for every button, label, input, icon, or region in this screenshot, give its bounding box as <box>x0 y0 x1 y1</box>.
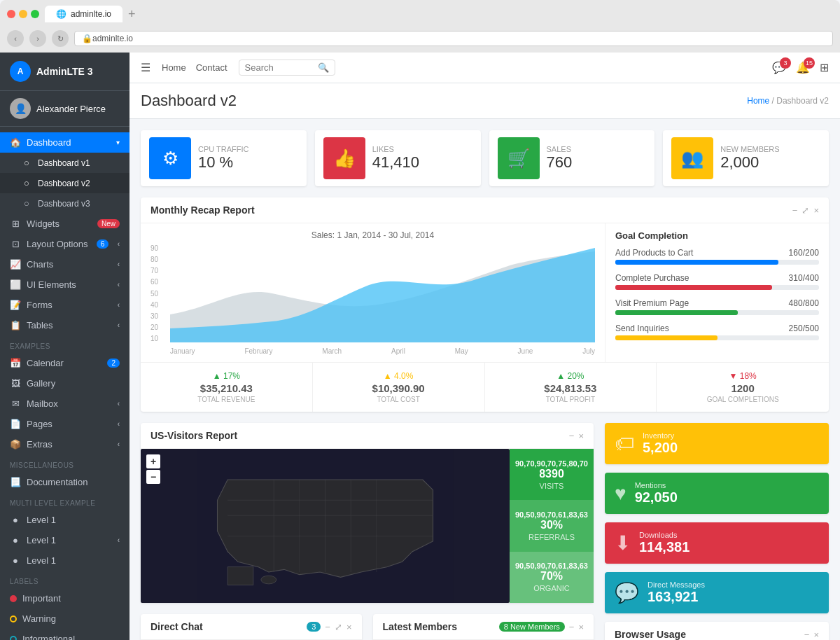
messages-button[interactable]: 💬 3 <box>772 61 786 74</box>
stats-row: ▲ 17% $35,210.43 TOTAL REVENUE ▲ 4.0% $1… <box>141 362 829 412</box>
sidebar-item-level1-a[interactable]: ● Level 1 <box>0 510 130 530</box>
sidebar-item-tables[interactable]: 📋 Tables ‹ <box>0 315 130 335</box>
notifications-button[interactable]: 🔔 15 <box>796 61 810 74</box>
stat-label: GOAL COMPLETIONS <box>662 396 823 403</box>
info-box-content: Likes 41,410 <box>372 145 419 172</box>
card-tools: − × <box>569 431 584 441</box>
close-button[interactable]: × <box>813 205 819 216</box>
sidebar-item-forms[interactable]: 📝 Forms ‹ <box>0 295 130 315</box>
sidebar-item-layout-options[interactable]: ⊡ Layout Options 6 ‹ <box>0 234 130 254</box>
sidebar-item-mailbox[interactable]: ✉ Mailbox ‹ <box>0 394 130 414</box>
goal-name: Add Products to Cart <box>615 248 693 258</box>
sidebar-item-dashboard-v1[interactable]: ○ Dashboard v1 <box>0 153 130 173</box>
sidebar-item-label: Warning <box>22 613 56 624</box>
sidebar-item-dashboard-v3[interactable]: ○ Dashboard v3 <box>0 193 130 214</box>
mentions-card: ♥ Mentions 92,050 <box>605 473 829 514</box>
important-dot <box>10 595 17 602</box>
sidebar-item-dashboard[interactable]: 🏠 Dashboard ▾ <box>0 132 130 153</box>
goal-label: Complete Purchase 310/400 <box>615 273 819 283</box>
direct-chat-card: Direct Chat 3 − ⤢ × <box>141 614 362 640</box>
goal-item-purchase: Complete Purchase 310/400 <box>615 273 819 290</box>
search-box[interactable]: 🔍 <box>239 60 335 76</box>
stat-label: TOTAL COST <box>318 396 479 403</box>
sidebar-item-widgets[interactable]: ⊞ Widgets New <box>0 214 130 234</box>
back-button[interactable]: ‹ <box>7 30 24 47</box>
close-button[interactable]: × <box>578 622 584 632</box>
sidebar-item-label: Dashboard <box>27 137 71 148</box>
sidebar-item-charts[interactable]: 📈 Charts ‹ <box>0 254 130 274</box>
card-header: Direct Chat 3 − ⤢ × <box>141 614 362 640</box>
refresh-button[interactable]: ↻ <box>52 30 69 47</box>
direct-messages-label: Direct Messages <box>648 580 705 589</box>
goal-title: Goal Completion <box>615 230 819 241</box>
likes-value: 41,410 <box>372 153 419 172</box>
svg-point-10 <box>261 576 276 584</box>
sidebar-item-level1-b[interactable]: ● Level 1 ‹ <box>0 530 130 550</box>
area-chart <box>170 244 595 342</box>
goal-bar-bg <box>615 260 819 265</box>
sidebar-item-warning[interactable]: Warning <box>0 608 130 629</box>
sidebar-item-pages[interactable]: 📄 Pages ‹ <box>0 414 130 434</box>
chevron-icon: ‹ <box>118 240 120 248</box>
close-button[interactable]: × <box>346 622 352 632</box>
address-text: adminlte.io <box>92 34 133 43</box>
search-input[interactable] <box>245 62 315 73</box>
apps-button[interactable]: ⊞ <box>820 61 829 74</box>
downloads-value: 114,381 <box>639 539 690 555</box>
browser-usage-card: Browser Usage − × <box>605 622 829 640</box>
nav-link-home[interactable]: Home <box>162 62 186 73</box>
sidebar-item-extras[interactable]: 📦 Extras ‹ <box>0 434 130 454</box>
level-icon: ● <box>10 515 21 525</box>
minimize-button[interactable]: − <box>804 629 810 640</box>
direct-messages-content: Direct Messages 163,921 <box>648 580 705 605</box>
info-box-likes: 👍 Likes 41,410 <box>315 130 481 186</box>
sidebar-item-dashboard-v2[interactable]: ○ Dashboard v2 <box>0 173 130 193</box>
chevron-icon: ‹ <box>118 260 120 268</box>
referrals-values: 90,50,90,70,61,83,63 <box>515 510 588 519</box>
charts-icon: 📈 <box>10 259 21 270</box>
goal-count: 250/500 <box>789 324 819 333</box>
new-tab-button[interactable]: + <box>128 7 136 22</box>
sidebar-item-important[interactable]: Important <box>0 588 130 608</box>
referrals-label: REFERRALS <box>528 533 575 541</box>
card-tools: − ⤢ × <box>792 205 819 216</box>
address-bar[interactable]: 🔒 adminlte.io <box>74 31 833 46</box>
inventory-value: 5,200 <box>643 440 678 456</box>
breadcrumb-home[interactable]: Home <box>747 96 769 106</box>
close-button[interactable]: × <box>578 431 584 441</box>
nav-link-contact[interactable]: Contact <box>196 62 227 73</box>
referrals-count: 30% <box>540 519 563 531</box>
pages-icon: 📄 <box>10 419 21 429</box>
sidebar-item-gallery[interactable]: 🖼 Gallery <box>0 373 130 394</box>
stat-cost: ▲ 4.0% $10,390.90 TOTAL COST <box>313 363 485 412</box>
sidebar-item-label: UI Elements <box>27 279 76 290</box>
browser-title: Browser Usage <box>615 629 686 640</box>
close-button[interactable]: × <box>813 629 819 640</box>
sidebar-item-label: Widgets <box>27 218 59 229</box>
content-header: Dashboard v2 Home / Dashboard v2 <box>130 83 840 119</box>
expand-button[interactable]: ⤢ <box>802 205 809 216</box>
sidebar-item-ui-elements[interactable]: ⬜ UI Elements ‹ <box>0 274 130 295</box>
card-header: Monthly Recap Report − ⤢ × <box>141 197 829 223</box>
stat-profit: ▲ 20% $24,813.53 TOTAL PROFIT <box>485 363 657 412</box>
info-box-sales: 🛒 Sales 760 <box>489 130 655 186</box>
minimize-button[interactable]: − <box>325 622 330 632</box>
expand-button[interactable]: ⤢ <box>335 622 342 632</box>
sidebar-item-level1-c[interactable]: ● Level 1 <box>0 550 130 571</box>
hamburger-menu[interactable]: ☰ <box>141 61 150 74</box>
minimize-button[interactable]: − <box>792 205 798 216</box>
members-title: Latest Members <box>383 621 458 632</box>
browser-tab[interactable]: 🌐 adminlte.io <box>45 6 122 22</box>
downloads-content: Downloads 114,381 <box>639 531 690 555</box>
card-tools: − × <box>804 629 819 640</box>
minimize-button[interactable]: − <box>569 622 575 632</box>
visits-stat: 90,70,90,70,75,80,70 8390 VISITS <box>510 449 594 500</box>
sidebar-item-documentation[interactable]: 📃 Documentation <box>0 472 130 492</box>
sidebar-item-calendar[interactable]: 📅 Calendar 2 <box>0 353 130 373</box>
level-icon: ● <box>10 555 21 566</box>
card-header: Browser Usage − × <box>605 622 829 640</box>
minimize-button[interactable]: − <box>569 431 575 441</box>
sidebar-item-informational[interactable]: Informational <box>0 629 130 640</box>
forward-button[interactable]: › <box>29 30 46 47</box>
sales-icon: 🛒 <box>498 137 540 179</box>
